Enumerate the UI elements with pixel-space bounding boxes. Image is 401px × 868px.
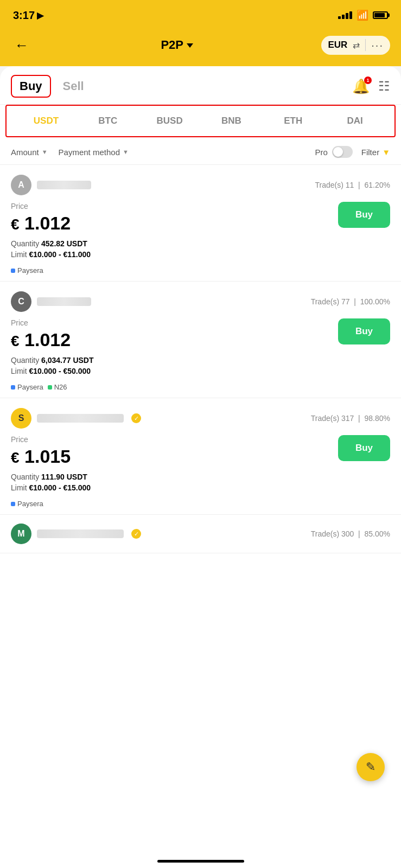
payment-dot-2 — [11, 502, 15, 506]
payment-tags-2: Paysera — [11, 500, 390, 508]
price-value-0: € 1.012 — [11, 213, 338, 234]
payment-tags-0: Paysera — [11, 266, 390, 275]
p2p-dropdown-icon[interactable] — [187, 43, 193, 48]
currency-selector[interactable]: EUR ⇄ ··· — [321, 36, 390, 55]
floating-action-button[interactable]: ✎ — [357, 753, 385, 781]
buy-button-0[interactable]: Buy — [338, 202, 390, 228]
listing-card-1: C Trade(s) 77 | 100.00% Price € 1.012 Qu… — [0, 282, 401, 398]
username-blur-1 — [37, 297, 91, 306]
crypto-tab-bnb[interactable]: BNB — [200, 111, 262, 131]
trade-stats-0: Trade(s) 11 | 61.20% — [315, 181, 390, 189]
listing-card-2: S ✓ Trade(s) 317 | 98.80% Price € 1.015 … — [0, 398, 401, 515]
listing-left-0: Price € 1.012 Quantity 452.82 USDT Limit… — [11, 202, 338, 261]
status-icons: 📶 — [338, 9, 388, 21]
home-indicator — [157, 860, 244, 863]
listing-card-0: A Trade(s) 11 | 61.20% Price € 1.012 Qua… — [0, 165, 401, 282]
status-time: 3:17 ▶ — [13, 9, 43, 22]
tab-actions: 🔔 1 ☷ — [352, 78, 390, 95]
payment-dot-green-1 — [48, 385, 52, 390]
listing-header-0: A Trade(s) 11 | 61.20% — [11, 175, 390, 195]
listing-left-1: Price € 1.012 Quantity 6,034.77 USDT Lim… — [11, 318, 338, 378]
verified-badge-2: ✓ — [131, 413, 141, 423]
page-title: P2P — [161, 38, 183, 52]
quantity-1: Quantity 6,034.77 USDT — [11, 356, 338, 365]
back-arrow-icon: ← — [15, 37, 29, 54]
status-bar: 3:17 ▶ 📶 — [0, 0, 401, 28]
user-info-0: A — [11, 175, 91, 195]
username-blur-0 — [37, 181, 91, 189]
funnel-icon: ▼ — [382, 148, 390, 157]
quantity-2: Quantity 111.90 USDT — [11, 473, 338, 481]
buy-button-2[interactable]: Buy — [338, 435, 390, 461]
avatar-2: S — [11, 408, 31, 429]
header-divider — [365, 39, 366, 51]
trade-stats-2: Trade(s) 317 | 98.80% — [311, 414, 390, 423]
limit-1: Limit €10.000 - €50.000 — [11, 367, 338, 375]
limit-0: Limit €10.000 - €11.000 — [11, 250, 338, 259]
crypto-tab-dai[interactable]: DAI — [324, 111, 386, 131]
buy-sell-tab-row: Buy Sell 🔔 1 ☷ — [0, 66, 401, 105]
back-button[interactable]: ← — [11, 34, 33, 56]
avatar-3: M — [11, 524, 31, 544]
trade-stats-3: Trade(s) 300 | 85.00% — [311, 529, 390, 538]
currency-label: EUR — [328, 40, 347, 50]
filter-button[interactable]: Filter ▼ — [361, 148, 390, 157]
avatar-1: C — [11, 291, 31, 312]
crypto-tab-usdt[interactable]: USDT — [15, 111, 77, 131]
notification-button[interactable]: 🔔 1 — [352, 78, 370, 95]
payment-dropdown-icon: ▼ — [123, 149, 129, 155]
header: ← P2P EUR ⇄ ··· — [0, 28, 401, 66]
pro-toggle: Pro — [315, 146, 352, 158]
listing-header-3: M ✓ Trade(s) 300 | 85.00% — [11, 524, 390, 544]
toggle-thumb — [333, 147, 343, 157]
listing-row-0: Price € 1.012 Quantity 452.82 USDT Limit… — [11, 202, 390, 261]
battery-icon — [373, 11, 388, 19]
payment-method-filter[interactable]: Payment method ▼ — [59, 148, 129, 157]
location-icon: ▶ — [37, 10, 43, 21]
tab-buy[interactable]: Buy — [11, 75, 51, 98]
payment-tags-1: Paysera N26 — [11, 383, 390, 391]
price-label-0: Price — [11, 202, 338, 210]
username-blur-2 — [37, 414, 124, 423]
signal-icon — [338, 11, 352, 19]
crypto-tab-busd[interactable]: BUSD — [139, 111, 201, 131]
user-info-3: M ✓ — [11, 524, 141, 544]
amount-filter[interactable]: Amount ▼ — [11, 148, 48, 157]
trade-stats-1: Trade(s) 77 | 100.00% — [311, 297, 390, 306]
price-value-2: € 1.015 — [11, 446, 338, 467]
edit-icon: ✎ — [366, 760, 375, 774]
listing-card-3: M ✓ Trade(s) 300 | 85.00% — [0, 515, 401, 553]
more-options-button[interactable]: ··· — [371, 39, 384, 52]
crypto-tab-eth[interactable]: ETH — [262, 111, 324, 131]
crypto-tab-btc[interactable]: BTC — [77, 111, 139, 131]
tab-sell[interactable]: Sell — [55, 76, 92, 97]
limit-2: Limit €10.000 - €15.000 — [11, 483, 338, 492]
notification-badge: 1 — [364, 76, 372, 84]
price-label-2: Price — [11, 435, 338, 444]
exchange-icon: ⇄ — [353, 40, 360, 50]
payment-dot-0 — [11, 269, 15, 273]
amount-dropdown-icon: ▼ — [42, 149, 48, 155]
listing-left-2: Price € 1.015 Quantity 111.90 USDT Limit… — [11, 435, 338, 494]
payment-tag-paysera-0: Paysera — [11, 266, 43, 275]
listing-header-1: C Trade(s) 77 | 100.00% — [11, 291, 390, 312]
time-display: 3:17 — [13, 9, 35, 22]
wifi-icon: 📶 — [357, 9, 368, 21]
user-info-2: S ✓ — [11, 408, 141, 429]
main-content: Buy Sell 🔔 1 ☷ USDT BTC BUSD BNB ETH — [0, 66, 401, 868]
verified-badge-3: ✓ — [131, 529, 141, 539]
buy-button-1[interactable]: Buy — [338, 318, 390, 344]
listing-row-2: Price € 1.015 Quantity 111.90 USDT Limit… — [11, 435, 390, 494]
pro-toggle-switch[interactable] — [332, 146, 353, 158]
payment-tag-paysera-1: Paysera — [11, 383, 43, 391]
listing-header-2: S ✓ Trade(s) 317 | 98.80% — [11, 408, 390, 429]
avatar-0: A — [11, 175, 31, 195]
filters-row: Amount ▼ Payment method ▼ Pro Filter ▼ — [0, 139, 401, 165]
header-center: P2P — [161, 38, 193, 52]
username-blur-3 — [37, 529, 124, 538]
payment-tag-n26-1: N26 — [48, 383, 67, 391]
quantity-0: Quantity 452.82 USDT — [11, 239, 338, 248]
price-value-1: € 1.012 — [11, 329, 338, 350]
pro-label: Pro — [315, 148, 327, 157]
orders-icon[interactable]: ☷ — [378, 79, 390, 94]
